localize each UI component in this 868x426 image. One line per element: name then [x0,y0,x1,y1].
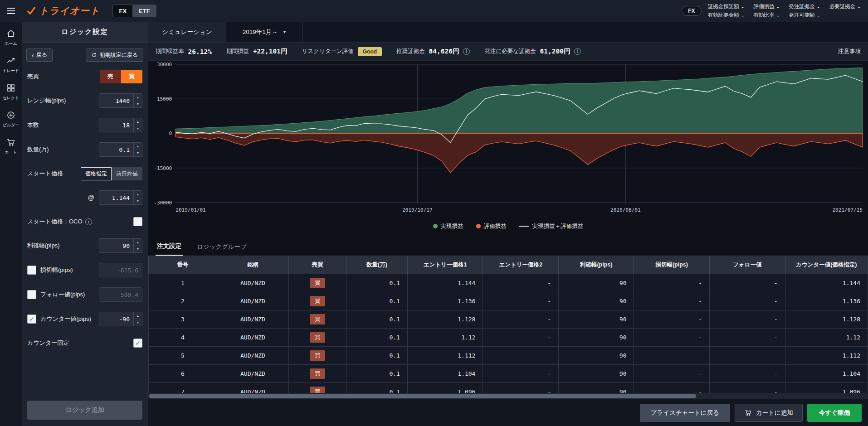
table-cell: AUD/NZD [217,310,289,329]
panel-actions: ‹ 戻る 初期設定に戻る [22,43,148,63]
account-stat-label: 証拠金預託額 [708,3,739,10]
sidebar-item-select[interactable]: セレクト [0,80,22,104]
sidebar-item-home[interactable]: ホーム [0,25,22,50]
notice-link[interactable]: 注意事項 [838,48,861,55]
back-to-price-chart-button[interactable]: プライスチャートに戻る [640,404,730,422]
table-cell: 1.128 [785,310,868,329]
table-cell: 買 [289,292,346,310]
cart-icon [744,409,752,416]
svg-text:2020/08/01: 2020/08/01 [610,207,640,213]
stepper-up-icon[interactable]: ▲ [134,94,142,101]
add-to-cart-button[interactable]: カートに追加 [735,404,803,422]
sidebar-item-cart[interactable]: カート [0,134,22,159]
account-stats-row2: 有効証拠金額-有効比率-発注可能額- [708,12,860,19]
start-price-label: スタート価格 [27,169,63,178]
stop-loss-checkbox[interactable] [27,266,36,275]
sell-button[interactable]: 売 [100,70,121,83]
orders-table-area: 番号銘柄売買数量(万)エントリー価格1エントリー価格2利確幅(pips)損切幅(… [148,256,868,393]
tab-simulation[interactable]: シミュレーション [148,22,226,42]
account-stat: 発注可能額- [789,12,819,19]
stepper-down-icon[interactable]: ▼ [134,246,142,252]
stepper-up-icon[interactable]: ▲ [134,239,142,246]
counter-fixed-label: カウンター固定 [27,339,69,347]
table-cell: 1.144 [785,274,868,292]
counter-fixed-checkbox[interactable] [133,339,142,348]
at-price-stepper[interactable]: 1.144 ▲▼ [99,190,142,205]
account-stat: 有効証拠金額- [708,12,744,19]
prev-close-button[interactable]: 前日終値 [112,167,142,180]
account-stats-row1: 証拠金預託額-評価損益-発注証拠金-必要証拠金- [708,3,860,10]
logic-form: 売買 売 買 レンジ幅(pips) 1440 ▲▼ 本数 18 ▲▼ 数量(万)… [22,63,148,396]
reset-defaults-button[interactable]: 初期設定に戻る [86,48,143,62]
info-icon[interactable]: i [574,48,581,55]
account-stat: 発注証拠金- [789,3,819,10]
account-stat: 証拠金預託額- [708,3,744,10]
rating-badge: Good [358,47,382,56]
legend-item: 実現損益 [433,223,463,230]
stepper-down-icon[interactable]: ▼ [134,150,142,156]
tab-order-settings[interactable]: 注文設定 [156,237,183,256]
run-now-button[interactable]: 今すぐ稼働 [807,404,862,422]
table-cell: 買 [289,365,346,383]
orders-table: 番号銘柄売買数量(万)エントリー価格1エントリー価格2利確幅(pips)損切幅(… [148,256,868,393]
counter-stepper[interactable]: -90 ▲▼ [99,312,142,326]
legend-label: 実現損益＋評価損益 [532,223,584,230]
qty-value: 0.1 [99,143,133,156]
sidebar-item-label: ビルダー [3,122,20,128]
account-stat-label: 必要証拠金 [829,3,856,10]
count-stepper[interactable]: 18 ▲▼ [99,118,142,132]
tab-logic-group[interactable]: ロジックグループ [195,238,248,256]
start-price-row: スタート価格 価格指定 前日終値 [27,167,142,180]
table-cell: - [709,310,785,329]
table-cell: 0.1 [346,274,408,292]
stat-label: 期間損益 [226,48,249,55]
info-icon[interactable]: i [463,48,470,55]
follow-checkbox[interactable] [27,290,36,299]
add-logic-button[interactable]: ロジック追加 [27,401,142,420]
stepper-down-icon[interactable]: ▼ [134,101,142,107]
oco-checkbox[interactable] [133,217,142,226]
qty-stepper[interactable]: 0.1 ▲▼ [99,142,142,157]
stepper-up-icon[interactable]: ▲ [134,143,142,150]
tab-fx[interactable]: FX [112,5,133,17]
table-cell: 0.1 [346,292,408,310]
table-cell: - [483,365,559,383]
stepper-up-icon[interactable]: ▲ [134,312,142,319]
count-row: 本数 18 ▲▼ [27,118,142,132]
column-header: エントリー価格2 [483,256,559,274]
table-cell: 1.12 [785,329,868,347]
stepper-down-icon[interactable]: ▼ [134,198,142,204]
table-cell: - [483,274,559,292]
sidebar-item-builder[interactable]: ビルダー [0,107,22,131]
range-row: レンジ幅(pips) 1440 ▲▼ [27,93,142,108]
follow-label: フォロー値(pips) [40,290,85,299]
at-price-value: 1.144 [99,191,133,204]
legend-item: 実現損益＋評価損益 [519,223,584,230]
hamburger-menu-button[interactable] [0,0,22,22]
stat-value: 26.12% [188,48,212,55]
select-icon [6,83,15,93]
account-stat-value: - [818,13,819,18]
table-row: 2AUD/NZD買0.11.136-90--1.136 [149,292,868,310]
buy-button[interactable]: 買 [121,70,142,83]
stepper-up-icon[interactable]: ▲ [134,191,142,198]
range-stepper[interactable]: 1440 ▲▼ [99,93,142,108]
back-button[interactable]: ‹ 戻る [26,48,53,62]
take-profit-stepper[interactable]: 90 ▲▼ [99,238,142,253]
stepper-down-icon[interactable]: ▼ [134,319,142,326]
price-specified-button[interactable]: 価格指定 [81,167,112,180]
table-cell: 1.112 [785,347,868,365]
stepper-down-icon[interactable]: ▼ [134,125,142,132]
simulation-header: シミュレーション 2019年1月～ ▾ [148,22,868,43]
tab-etf[interactable]: ETF [133,5,156,17]
horizontal-scrollbar[interactable] [148,393,868,399]
period-dropdown[interactable]: 2019年1月～ ▾ [226,22,302,42]
column-header: 番号 [149,256,217,274]
account-stat-label: 発注証拠金 [789,3,815,10]
stepper-up-icon[interactable]: ▲ [134,118,142,125]
counter-checkbox[interactable] [27,315,36,324]
table-cell: 3 [149,310,217,329]
sidebar-item-trade[interactable]: トレード [0,53,22,77]
info-icon[interactable]: i [85,218,92,225]
scrollbar-thumb[interactable] [149,394,696,398]
